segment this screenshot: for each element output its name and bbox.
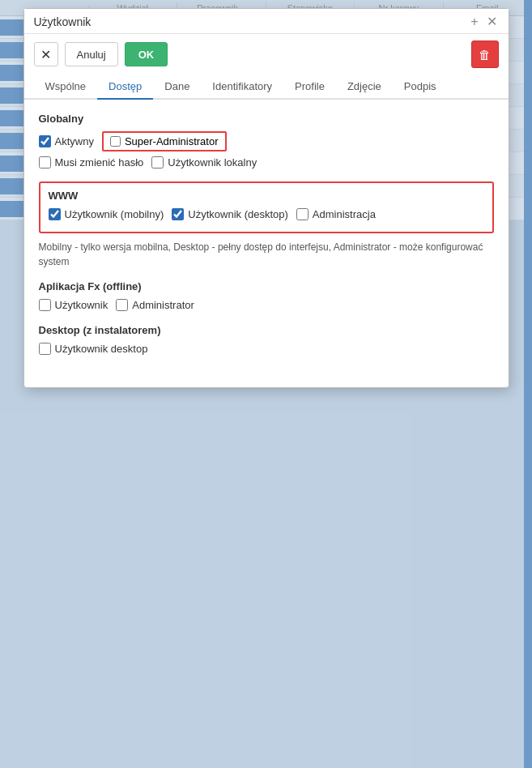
tab-dane[interactable]: Dane bbox=[153, 75, 201, 100]
cancel-button[interactable]: Anuluj bbox=[65, 42, 118, 66]
tab-dostep[interactable]: Dostęp bbox=[97, 75, 153, 100]
aplikacja-fx-section: Aplikacja Fx (offline) Użytkownik Admini… bbox=[39, 280, 494, 311]
ok-button[interactable]: OK bbox=[125, 42, 168, 66]
musi-zmienic-label: Musi zmienić hasło bbox=[55, 156, 144, 169]
modal-titlebar: Użytkownik + ✕ bbox=[24, 9, 509, 34]
modal-title: Użytkownik bbox=[34, 15, 92, 28]
trash-icon: 🗑 bbox=[479, 48, 491, 62]
desktop-item: Użytkownik (desktop) bbox=[172, 208, 288, 220]
fx-uzytkownik-item: Użytkownik bbox=[39, 299, 109, 311]
modal-dialog: Użytkownik + ✕ ✕ Anuluj OK 🗑 Wspólne Dos… bbox=[23, 8, 509, 388]
globalny-row1: Aktywny Super-Administrator bbox=[39, 131, 494, 151]
tab-podpis[interactable]: Podpis bbox=[393, 75, 448, 100]
aplikacja-fx-row: Użytkownik Administrator bbox=[39, 299, 494, 311]
mobilny-checkbox[interactable] bbox=[49, 208, 61, 220]
tab-profile[interactable]: Profile bbox=[283, 75, 336, 100]
globalny-heading: Globalny bbox=[39, 113, 494, 125]
administracja-checkbox[interactable] bbox=[296, 208, 309, 220]
modal-close-button[interactable]: ✕ bbox=[485, 15, 499, 28]
modal-titlebar-icons: + ✕ bbox=[469, 15, 498, 28]
uzytkownik-lokalny-checkbox[interactable] bbox=[151, 156, 164, 169]
www-section: WWW Użytkownik (mobilny) Użytkownik (des… bbox=[39, 181, 494, 233]
aktywny-checkbox[interactable] bbox=[39, 135, 51, 147]
musi-zmienic-checkbox[interactable] bbox=[39, 156, 51, 169]
aktywny-label: Aktywny bbox=[55, 135, 94, 147]
modal-overlay: Użytkownik + ✕ ✕ Anuluj OK 🗑 Wspólne Dos… bbox=[0, 0, 532, 768]
modal-plus-button[interactable]: + bbox=[469, 15, 479, 28]
uzytkownik-desktop-label: Użytkownik desktop bbox=[55, 343, 148, 355]
uzytkownik-desktop-checkbox[interactable] bbox=[39, 343, 51, 355]
desktop-row: Użytkownik desktop bbox=[39, 343, 494, 355]
super-admin-label: Super-Administrator bbox=[125, 135, 219, 147]
modal-tabs: Wspólne Dostęp Dane Identifikatory Profi… bbox=[24, 75, 509, 100]
globalny-row2: Musi zmienić hasło Użytkownik lokalny bbox=[39, 156, 494, 169]
desktop-label: Użytkownik (desktop) bbox=[188, 208, 288, 220]
desktop-heading: Desktop (z instalatorem) bbox=[39, 324, 494, 336]
fx-administrator-label: Administrator bbox=[132, 299, 194, 311]
desktop-section: Desktop (z instalatorem) Użytkownik desk… bbox=[39, 324, 494, 355]
www-heading: WWW bbox=[49, 190, 484, 202]
uzytkownik-lokalny-label: Użytkownik lokalny bbox=[168, 156, 257, 169]
administracja-item: Administracja bbox=[296, 208, 376, 220]
aktywny-item: Aktywny bbox=[39, 135, 94, 147]
close-x-button[interactable]: ✕ bbox=[34, 42, 58, 66]
fx-administrator-item: Administrator bbox=[116, 299, 194, 311]
tab-wspolne[interactable]: Wspólne bbox=[34, 75, 98, 100]
desktop-checkbox[interactable] bbox=[172, 208, 184, 220]
www-row1: Użytkownik (mobilny) Użytkownik (desktop… bbox=[49, 208, 484, 220]
uzytkownik-lokalny-item: Użytkownik lokalny bbox=[151, 156, 257, 169]
tab-identifikatory[interactable]: Identifikatory bbox=[201, 75, 283, 100]
mobilny-label: Użytkownik (mobilny) bbox=[65, 208, 164, 220]
administracja-label: Administracja bbox=[313, 208, 376, 220]
fx-uzytkownik-label: Użytkownik bbox=[55, 299, 109, 311]
www-description: Mobilny - tylko wersja mobilna, Desktop … bbox=[39, 240, 494, 269]
globalny-section: Globalny Aktywny Super-Administrator Mus… bbox=[39, 113, 494, 169]
fx-uzytkownik-checkbox[interactable] bbox=[39, 299, 51, 311]
aplikacja-fx-heading: Aplikacja Fx (offline) bbox=[39, 280, 494, 292]
fx-administrator-checkbox[interactable] bbox=[116, 299, 128, 311]
super-admin-highlight: Super-Administrator bbox=[102, 131, 227, 151]
musi-zmienic-item: Musi zmienić hasło bbox=[39, 156, 144, 169]
modal-body: Globalny Aktywny Super-Administrator Mus… bbox=[24, 100, 509, 387]
mobilny-item: Użytkownik (mobilny) bbox=[49, 208, 164, 220]
delete-button[interactable]: 🗑 bbox=[471, 41, 499, 68]
tab-zdjecie[interactable]: Zdjęcie bbox=[336, 75, 393, 100]
modal-toolbar: ✕ Anuluj OK 🗑 bbox=[24, 34, 509, 75]
super-admin-checkbox[interactable] bbox=[110, 136, 121, 147]
uzytkownik-desktop-item: Użytkownik desktop bbox=[39, 343, 148, 355]
